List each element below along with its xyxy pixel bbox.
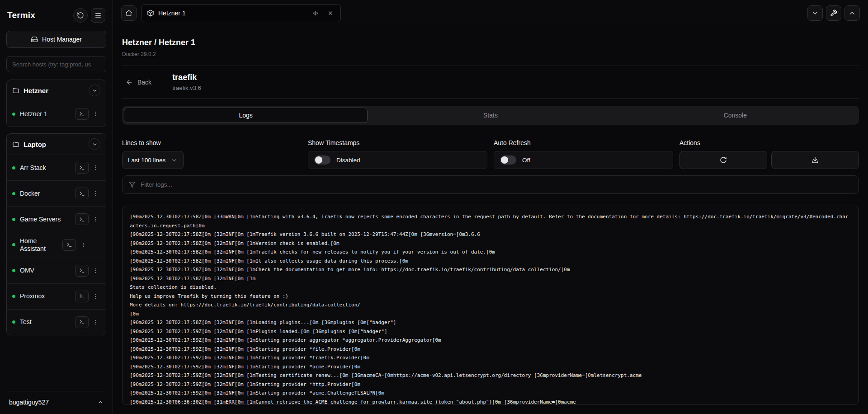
status-dot <box>12 243 15 246</box>
container-name: traefik <box>172 73 201 82</box>
user-footer[interactable]: bugattiguy527 <box>6 391 106 408</box>
terminal-button[interactable] <box>75 316 89 328</box>
kebab-menu-button[interactable] <box>91 188 100 199</box>
split-view-button[interactable] <box>310 8 321 19</box>
host-name: OMV <box>20 267 71 274</box>
host-name: Test <box>20 318 71 326</box>
chevron-down-icon <box>92 88 98 94</box>
chevron-down-icon <box>811 9 819 17</box>
sidebar-header-actions <box>73 8 105 23</box>
split-icon <box>312 10 319 16</box>
terminal-button[interactable] <box>62 239 76 251</box>
back-label: Back <box>137 79 151 86</box>
autorefresh-label: Auto Refresh <box>494 139 673 146</box>
host-row-actions <box>75 108 100 120</box>
filter-bar <box>122 175 859 194</box>
terminal-button[interactable] <box>75 213 89 225</box>
host-row-actions <box>75 316 100 328</box>
host-search-input[interactable] <box>6 56 106 72</box>
log-output[interactable]: [90m2025-12-30T02:17:58Z[0m [33mWRN[0m [… <box>122 206 859 405</box>
host-row-docker[interactable]: Docker <box>7 180 106 206</box>
menu-button[interactable] <box>91 8 105 23</box>
folder-collapse-button[interactable] <box>89 138 100 150</box>
tab-stats[interactable]: Stats <box>368 108 612 123</box>
menu-icon <box>94 12 102 19</box>
terminal-button[interactable] <box>75 188 89 199</box>
filter-logs-input[interactable] <box>141 181 852 188</box>
harddrive-icon <box>31 36 38 43</box>
timestamps-state: Disabled <box>336 157 360 164</box>
autorefresh-toggle[interactable] <box>500 155 516 165</box>
collapse-up-button[interactable] <box>844 5 860 21</box>
kebab-icon <box>93 319 99 325</box>
log-line: [90m2025-12-30T02:17:58Z[0m [33mWRN[0m [… <box>130 212 851 230</box>
actions-label: Actions <box>679 139 859 146</box>
terminal-icon <box>79 216 85 222</box>
kebab-menu-button[interactable] <box>91 291 100 302</box>
kebab-menu-button[interactable] <box>79 239 88 251</box>
tab-logs[interactable]: Logs <box>124 108 368 123</box>
timestamps-label: Show Timestamps <box>308 139 487 146</box>
log-line: [90m2025-12-30T02:17:59Z[0m [32mINF[0m [… <box>130 336 851 345</box>
download-logs-button[interactable] <box>771 151 859 169</box>
host-row-actions <box>75 188 100 199</box>
chevron-up-icon <box>97 399 104 405</box>
chevron-up-icon <box>849 9 856 17</box>
app-root: Termix Host Manager Hetzner <box>0 0 868 414</box>
host-row-actions <box>75 291 100 302</box>
tab-bar: Hetzner 1 <box>113 0 868 26</box>
folder-hetzner: Hetzner Hetzner 1 <box>6 80 106 127</box>
terminal-button[interactable] <box>75 162 89 174</box>
lines-select[interactable]: Last 100 lines <box>122 151 184 169</box>
page-title: Hetzner / Hetzner 1 <box>122 38 859 47</box>
log-line: [90m2025-12-30T02:17:59Z[0m [32mINF[0m [… <box>130 353 851 362</box>
tools-button[interactable] <box>826 5 841 21</box>
log-line: [90m2025-12-30T06:36:30Z[0m [31mERR[0m [… <box>130 398 851 405</box>
host-row-hetzner-1[interactable]: Hetzner 1 <box>7 101 106 127</box>
terminal-icon <box>79 268 85 273</box>
filter-icon <box>129 181 136 188</box>
collapse-down-button[interactable] <box>807 5 823 21</box>
status-dot <box>12 192 15 195</box>
kebab-menu-button[interactable] <box>91 108 100 120</box>
terminal-button[interactable] <box>75 291 89 302</box>
kebab-menu-button[interactable] <box>91 162 100 174</box>
terminal-button[interactable] <box>75 265 89 277</box>
home-button[interactable] <box>121 5 137 21</box>
download-icon <box>811 156 819 164</box>
close-tab-button[interactable] <box>325 8 336 19</box>
tab-hetzner-1[interactable]: Hetzner 1 <box>141 4 341 22</box>
log-line: [90m2025-12-30T02:17:58Z[0m [32mINF[0m [… <box>130 274 851 283</box>
sidebar-header: Termix <box>7 8 105 23</box>
host-manager-button[interactable]: Host Manager <box>6 31 106 48</box>
refresh-logs-button[interactable] <box>679 151 767 169</box>
host-row-arr-stack[interactable]: Arr Stack <box>7 155 106 180</box>
autorefresh-state: Off <box>522 157 530 164</box>
host-row-omv[interactable]: OMV <box>7 258 106 283</box>
kebab-icon <box>93 293 99 300</box>
tab-console[interactable]: Console <box>613 108 857 123</box>
host-name: Proxmox <box>20 292 71 300</box>
terminal-button[interactable] <box>75 108 89 120</box>
kebab-menu-button[interactable] <box>91 265 100 277</box>
host-row-game-servers[interactable]: Game Servers <box>7 206 106 232</box>
host-row-test[interactable]: Test <box>7 309 106 335</box>
log-line: [90m2025-12-30T02:17:58Z[0m [32mINF[0m [… <box>130 239 851 248</box>
host-row-actions <box>75 213 100 225</box>
kebab-menu-button[interactable] <box>91 316 100 328</box>
host-row-proxmox[interactable]: Proxmox <box>7 283 106 309</box>
container-header: Back traefik traefik:v3.6 <box>122 66 859 98</box>
terminal-icon <box>79 319 85 325</box>
host-row-home-assistant[interactable]: Home Assistant <box>7 232 106 258</box>
back-button[interactable]: Back <box>126 79 151 86</box>
log-line: More details on: https://doc.traefik.io/… <box>130 301 851 310</box>
folder-hetzner-header[interactable]: Hetzner <box>7 80 106 101</box>
refresh-icon <box>720 156 727 164</box>
folder-laptop-header[interactable]: Laptop <box>7 134 106 155</box>
reset-button[interactable] <box>73 8 88 23</box>
kebab-menu-button[interactable] <box>91 213 100 225</box>
timestamps-toggle[interactable] <box>314 155 330 165</box>
close-icon <box>327 10 334 16</box>
folder-collapse-button[interactable] <box>89 85 100 96</box>
lines-control: Lines to show Last 100 lines <box>122 139 302 169</box>
